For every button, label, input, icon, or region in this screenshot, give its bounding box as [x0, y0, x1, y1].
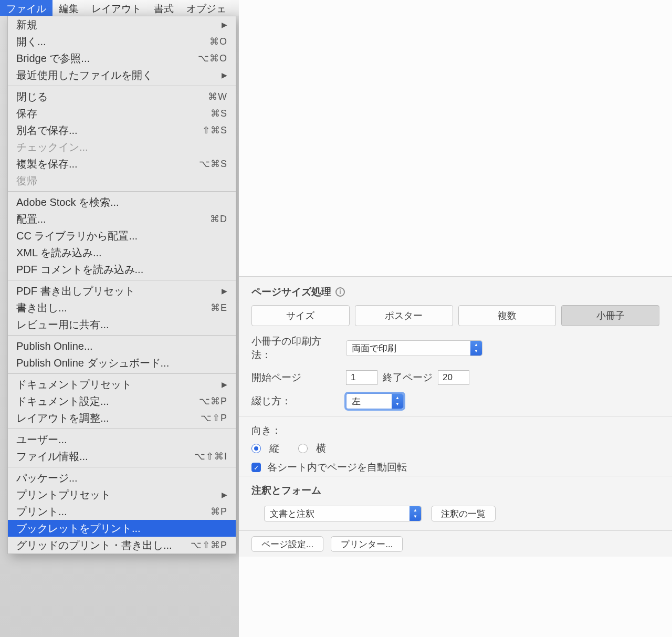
annotations-select-value: 文書と注釈 — [270, 508, 314, 520]
menu-item-label: 閉じる — [16, 90, 48, 104]
menu-item-label: PDF 書き出しプリセット — [16, 284, 135, 298]
seg-booklet[interactable]: 小冊子 — [561, 305, 659, 326]
annotations-title: 注釈とフォーム — [251, 484, 659, 497]
menu-item-label: ドキュメントプリセット — [16, 378, 132, 392]
menubar-tab-edit[interactable]: 編集 — [52, 0, 85, 16]
menu-item-label: チェックイン... — [16, 140, 88, 154]
submenu-arrow-icon: ▶ — [222, 380, 227, 389]
booklet-method-label: 小冊子の印刷方法： — [251, 335, 341, 362]
menu-item-label: ブックレットをプリント... — [16, 521, 141, 536]
file-menu-item[interactable]: パッケージ... — [8, 469, 236, 486]
menu-item-label: レイアウトを調整... — [16, 411, 109, 425]
file-menu-item[interactable]: グリッドのプリント・書き出し...⌥⇧⌘P — [8, 537, 236, 554]
menu-item-shortcut: ⌘D — [210, 213, 227, 225]
submenu-arrow-icon: ▶ — [222, 490, 227, 499]
booklet-method-value: 両面で印刷 — [352, 342, 396, 354]
file-menu-item[interactable]: PDF コメントを読み込み... — [8, 261, 236, 278]
menu-item-label: Adobe Stock を検索... — [16, 195, 119, 210]
binding-label: 綴じ方： — [251, 394, 341, 408]
menu-item-shortcut: ⌥⌘O — [198, 53, 227, 64]
booklet-method-select[interactable]: 両面で印刷 — [346, 340, 482, 356]
menu-item-label: プリント... — [16, 505, 67, 519]
file-menu-item[interactable]: レビュー用に共有... — [8, 316, 236, 333]
end-page-input[interactable] — [438, 370, 469, 385]
file-menu-item[interactable]: プリントプリセット▶ — [8, 486, 236, 503]
page-size-segment: サイズ ポスター 複数 小冊子 — [251, 305, 659, 326]
file-menu-item[interactable]: 最近使用したファイルを開く▶ — [8, 67, 236, 83]
file-menu-dropdown: 新規▶開く...⌘OBridge で参照...⌥⌘O最近使用したファイルを開く▶… — [7, 16, 236, 554]
submenu-arrow-icon: ▶ — [222, 287, 227, 295]
end-page-label: 終了ページ — [383, 371, 433, 384]
page-size-title: ページサイズ処理 — [251, 285, 331, 299]
menu-item-label: 複製を保存... — [16, 157, 78, 171]
info-icon[interactable]: i — [335, 287, 345, 297]
menu-item-label: XML を読み込み... — [16, 246, 102, 260]
print-dialog-area: ページサイズ処理 i サイズ ポスター 複数 小冊子 小冊子の印刷方法： 両面で… — [239, 0, 672, 637]
annotations-list-button[interactable]: 注釈の一覧 — [431, 506, 496, 521]
file-menu-item[interactable]: 保存⌘S — [8, 105, 236, 122]
menu-item-label: レビュー用に共有... — [16, 318, 109, 332]
file-menu-item[interactable]: PDF 書き出しプリセット▶ — [8, 283, 236, 299]
seg-multiple[interactable]: 複数 — [458, 305, 556, 326]
file-menu-item[interactable]: ファイル情報...⌥⇧⌘I — [8, 448, 236, 465]
file-menu-item[interactable]: Adobe Stock を検索... — [8, 194, 236, 211]
orientation-label: 向き： — [251, 424, 281, 437]
file-menu-item[interactable]: 別名で保存...⇧⌘S — [8, 122, 236, 139]
auto-rotate-checkbox[interactable]: ✓ — [251, 463, 261, 472]
file-menu-item[interactable]: ブックレットをプリント... — [8, 520, 236, 537]
file-menu-item[interactable]: 複製を保存...⌥⌘S — [8, 155, 236, 172]
menubar-tab-layout[interactable]: レイアウト — [85, 0, 148, 16]
menu-item-label: Publish Online... — [16, 340, 93, 352]
menubar: ファイル 編集 レイアウト 書式 オブジェ — [0, 0, 239, 16]
file-menu-item[interactable]: プリント...⌘P — [8, 503, 236, 520]
menu-item-shortcut: ⇧⌘S — [202, 124, 227, 136]
orientation-landscape-radio[interactable] — [298, 444, 308, 453]
start-page-input[interactable] — [346, 370, 377, 385]
menu-item-label: 保存 — [16, 107, 37, 121]
file-menu-item[interactable]: 開く...⌘O — [8, 33, 236, 50]
menu-item-shortcut: ⌥⌘P — [199, 395, 227, 407]
menu-item-label: 配置... — [16, 212, 46, 226]
orientation-portrait-radio[interactable] — [251, 444, 261, 453]
file-menu-item[interactable]: 閉じる⌘W — [8, 88, 236, 105]
file-menu-item[interactable]: ユーザー... — [8, 431, 236, 448]
menu-item-shortcut: ⌥⌘S — [199, 158, 227, 170]
seg-poster[interactable]: ポスター — [355, 305, 453, 326]
menu-item-shortcut: ⌘S — [211, 108, 227, 119]
file-menu-item[interactable]: Publish Online ダッシュボード... — [8, 354, 236, 371]
orientation-portrait-label: 縦 — [269, 442, 279, 455]
menu-item-label: 書き出し... — [16, 301, 67, 315]
dropdown-arrow-icon — [470, 341, 482, 356]
orientation-landscape-label: 横 — [316, 442, 326, 455]
menu-item-label: パッケージ... — [16, 471, 78, 485]
binding-value: 左 — [352, 395, 361, 408]
file-menu-item[interactable]: CC ライブラリから配置... — [8, 227, 236, 244]
file-menu-item[interactable]: Bridge で参照...⌥⌘O — [8, 50, 236, 67]
menu-item-label: ドキュメント設定... — [16, 394, 109, 409]
file-menu-item[interactable]: 新規▶ — [8, 16, 236, 33]
menu-area: ファイル 編集 レイアウト 書式 オブジェ 新規▶開く...⌘OBridge で… — [0, 0, 239, 637]
file-menu-item[interactable]: 配置...⌘D — [8, 211, 236, 227]
menu-item-label: 別名で保存... — [16, 123, 78, 138]
menubar-tab-format[interactable]: 書式 — [148, 0, 180, 16]
menu-item-shortcut: ⌥⇧P — [201, 412, 227, 424]
page-setup-button[interactable]: ページ設定... — [251, 536, 323, 552]
binding-select[interactable]: 左 — [346, 393, 404, 409]
menubar-tab-object[interactable]: オブジェ — [180, 0, 233, 16]
menu-item-shortcut: ⌘P — [211, 506, 227, 517]
file-menu-item[interactable]: ドキュメント設定...⌥⌘P — [8, 393, 236, 410]
menu-item-label: 開く... — [16, 35, 46, 49]
annotations-select[interactable]: 文書と注釈 — [264, 506, 422, 521]
menu-item-label: CC ライブラリから配置... — [16, 229, 138, 243]
seg-size[interactable]: サイズ — [251, 305, 350, 326]
orientation-panel: 向き： 縦 横 ✓ 各シート内でページを自動回転 — [239, 416, 672, 476]
file-menu-item[interactable]: ドキュメントプリセット▶ — [8, 376, 236, 393]
file-menu-item[interactable]: レイアウトを調整...⌥⇧P — [8, 410, 236, 426]
file-menu-item[interactable]: 書き出し...⌘E — [8, 299, 236, 316]
dropdown-arrow-icon — [410, 506, 421, 521]
file-menu-item[interactable]: Publish Online... — [8, 338, 236, 354]
menubar-tab-file[interactable]: ファイル — [0, 0, 52, 16]
file-menu-item[interactable]: XML を読み込み... — [8, 244, 236, 261]
menu-item-label: Bridge で参照... — [16, 51, 90, 66]
printer-button[interactable]: プリンター... — [331, 536, 403, 552]
